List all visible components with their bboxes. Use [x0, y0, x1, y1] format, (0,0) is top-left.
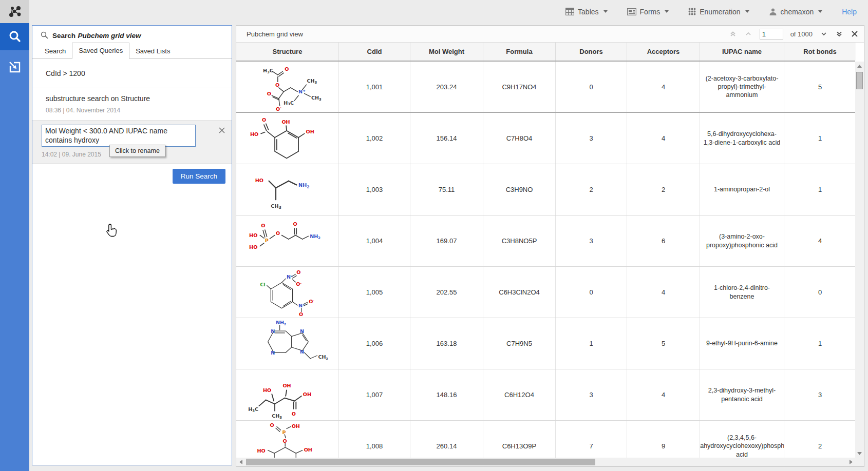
tab-search[interactable]: Search: [39, 44, 72, 59]
iupac-cell: (2-acetoxy-3-carboxylato-propyl)-trimeth…: [700, 62, 784, 112]
menu-forms-label: Forms: [640, 8, 661, 16]
acceptors-cell: 2: [627, 164, 700, 215]
double-chevron-down-icon: [836, 30, 843, 37]
triangle-down-icon: [857, 452, 862, 455]
chevron-down-icon: [820, 30, 827, 37]
svg-text:OH: OH: [282, 382, 291, 388]
chevron-up-icon: [745, 30, 752, 37]
table-row[interactable]: N N N N NH2 CH3 1,006 163.18 C7H9N5 1 5 …: [236, 318, 855, 369]
previous-page-button[interactable]: [744, 30, 752, 38]
donors-cell: 0: [556, 267, 627, 318]
rot-bonds-cell: 4: [784, 215, 855, 266]
table-row[interactable]: HO HO P O O O NH2 1,004 169.07 C3H8NO5P …: [236, 215, 855, 267]
rot-bonds-cell: 2: [784, 421, 855, 458]
column-header-iupac-name[interactable]: IUPAC name: [700, 43, 784, 61]
mol-weight-cell: 148.16: [410, 369, 483, 420]
close-grid-button[interactable]: [851, 30, 859, 38]
formula-cell: C7H9N5: [483, 318, 556, 369]
structure-drawing: H3C CH3 HO OH O OH: [241, 370, 334, 420]
cdid-cell: 1,008: [339, 421, 410, 458]
structure-drawing: HO HO P O O O NH2: [241, 217, 334, 266]
column-header-formula[interactable]: Formula: [483, 43, 556, 61]
page-total-label: of 1000: [790, 30, 813, 38]
cdid-cell: 1,006: [339, 318, 410, 369]
svg-text:O: O: [262, 117, 266, 123]
table-row[interactable]: HO NH2 CH3 1,003 75.11 C3H9NO 2 2 1-amin…: [236, 164, 855, 215]
structure-cell: O HO OH OH: [236, 113, 339, 164]
next-page-button[interactable]: [820, 30, 828, 38]
table-row[interactable]: H3C CH3 HO OH O OH 1,007 148.16 C6H12O4 …: [236, 369, 855, 421]
column-header-mol-weight[interactable]: Mol Weight: [410, 43, 483, 61]
app-logo[interactable]: [0, 0, 29, 23]
svg-text:O: O: [275, 230, 279, 236]
tab-saved-lists[interactable]: Saved Lists: [129, 44, 176, 59]
formula-cell: C9H17NO4: [483, 62, 556, 112]
left-icon-rail: [0, 23, 29, 471]
cdid-cell: 1,001: [339, 62, 410, 112]
svg-text:CH3: CH3: [311, 95, 322, 102]
saved-query-item[interactable]: substructure search on Structure 08:36 |…: [32, 88, 232, 121]
scroll-left-button[interactable]: [236, 458, 245, 466]
column-header-cdid[interactable]: CdId: [339, 43, 410, 61]
saved-query-name[interactable]: substructure search on Structure: [46, 94, 223, 103]
run-search-button[interactable]: Run Search: [173, 169, 225, 184]
horizontal-scrollbar[interactable]: [236, 458, 855, 466]
scroll-right-button[interactable]: [846, 458, 855, 466]
scroll-up-button[interactable]: [855, 62, 864, 70]
column-header-rot-bonds[interactable]: Rot bonds: [784, 43, 856, 61]
svg-text:O: O: [296, 269, 300, 274]
vertical-scrollbar[interactable]: [855, 62, 864, 458]
menu-enumeration[interactable]: Enumeration: [688, 8, 749, 16]
svg-text:HO: HO: [263, 387, 271, 393]
structure-cell: H3C CH3 HO OH O OH: [236, 369, 339, 420]
saved-query-item-selected[interactable]: Mol Weight < 300.0 AND IUPAC name contai…: [32, 121, 232, 164]
structure-cell: N N N N NH2 CH3: [236, 318, 339, 369]
rail-sketch-button[interactable]: [0, 53, 29, 81]
donors-cell: 1: [556, 318, 627, 369]
vertical-scroll-thumb[interactable]: [856, 72, 863, 89]
svg-text:O: O: [282, 438, 287, 444]
tab-saved-queries[interactable]: Saved Queries: [72, 43, 129, 59]
table-row[interactable]: H3C O O O O- N+ CH3 CH3 H3C 1,001 203.24…: [236, 62, 855, 113]
form-layout-icon: [627, 8, 636, 15]
structure-cell: HO NH2 CH3: [236, 164, 339, 215]
saved-query-item[interactable]: CdId > 1200: [32, 59, 232, 88]
chevron-down-icon: [745, 10, 749, 13]
svg-text:CH3: CH3: [318, 354, 328, 360]
table-row[interactable]: O P OH O HO OH 1,008 260.14 C6H13O9P 7 9…: [236, 421, 855, 458]
menu-tables[interactable]: Tables: [565, 8, 607, 16]
saved-query-timestamp: 08:36 | 04. November 2014: [46, 107, 223, 114]
table-row[interactable]: Cl N+ O O- N+ O- O 1,005 202.55 C6H3ClN2…: [236, 267, 855, 318]
svg-text:O: O: [261, 223, 265, 228]
horizontal-scroll-thumb[interactable]: [246, 459, 595, 465]
structure-drawing: H3C O O O O- N+ CH3 CH3 H3C: [241, 62, 334, 111]
close-icon: [218, 127, 225, 134]
iupac-cell: (3-amino-2-oxo-propoxy)phosphonic acid: [700, 215, 784, 266]
page-number-input[interactable]: [760, 29, 783, 40]
remove-query-button[interactable]: [218, 127, 227, 135]
menu-enumeration-label: Enumeration: [700, 8, 740, 16]
svg-text:N: N: [300, 328, 304, 333]
help-link[interactable]: Help: [842, 8, 857, 16]
query-rename-input[interactable]: Mol Weight < 300.0 AND IUPAC name contai…: [42, 125, 196, 147]
svg-text:NH2: NH2: [298, 182, 309, 189]
menu-forms[interactable]: Forms: [627, 8, 669, 16]
panel-title-target: Pubchem grid view: [78, 32, 141, 40]
rail-search-button[interactable]: [0, 23, 29, 50]
saved-query-name[interactable]: CdId > 1200: [46, 69, 223, 77]
column-header-acceptors[interactable]: Acceptors: [627, 43, 700, 61]
svg-text:O: O: [267, 91, 271, 96]
column-header-donors[interactable]: Donors: [556, 43, 627, 61]
svg-text:H3C: H3C: [248, 406, 258, 413]
grid-title: Pubchem grid view: [247, 30, 303, 38]
column-header-structure[interactable]: Structure: [236, 43, 339, 61]
last-page-button[interactable]: [835, 30, 843, 38]
scroll-down-button[interactable]: [855, 449, 864, 458]
svg-text:N+: N+: [298, 302, 305, 308]
menu-user-account[interactable]: chemaxon: [769, 8, 823, 16]
acceptors-cell: 5: [627, 318, 700, 369]
first-page-button[interactable]: [729, 30, 737, 38]
table-row[interactable]: O HO OH OH 1,002 156.14 C7H8O4 3 4 5,6-d…: [236, 113, 855, 164]
grid-column-headers: Structure CdId Mol Weight Formula Donors…: [236, 43, 855, 62]
mol-weight-cell: 260.14: [410, 421, 483, 458]
